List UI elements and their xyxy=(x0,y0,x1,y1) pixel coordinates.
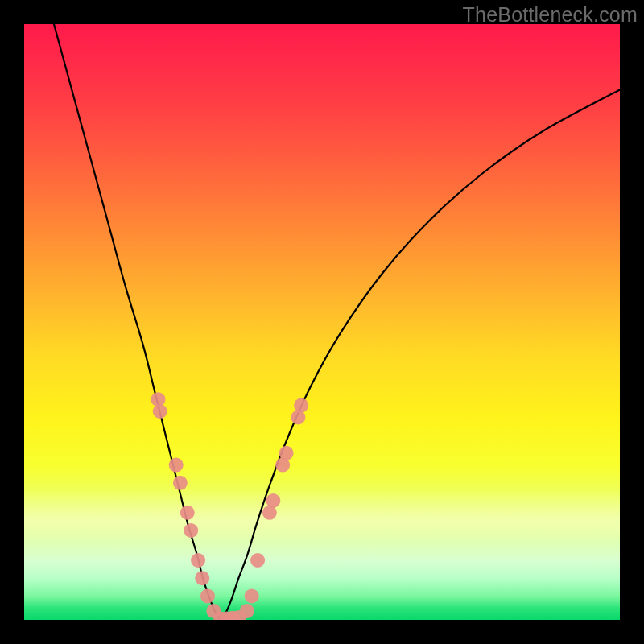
data-point xyxy=(173,476,188,490)
data-point xyxy=(184,523,198,538)
watermark-label: TheBottleneck.com xyxy=(463,3,638,27)
data-point xyxy=(169,458,184,473)
data-points xyxy=(151,392,309,620)
data-point xyxy=(240,604,254,618)
data-point xyxy=(245,588,259,603)
curve-right-branch xyxy=(221,89,620,620)
chart-svg xyxy=(24,24,620,620)
plot-area xyxy=(24,24,620,620)
data-point xyxy=(191,553,205,568)
data-point xyxy=(266,493,280,508)
chart-frame: TheBottleneck.com xyxy=(0,0,644,644)
data-point xyxy=(200,588,215,603)
data-point xyxy=(279,446,294,460)
data-point xyxy=(294,398,308,413)
data-point xyxy=(180,506,195,520)
data-point xyxy=(153,404,167,419)
data-point xyxy=(195,571,209,585)
data-point xyxy=(250,553,265,568)
